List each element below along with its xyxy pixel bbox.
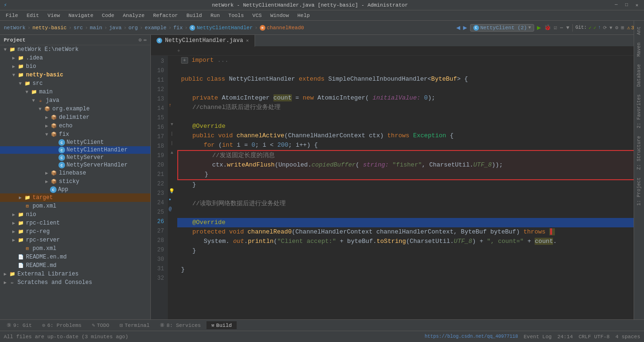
import-fold-button[interactable]: + bbox=[181, 57, 188, 64]
breadcrumb-netWork[interactable]: netWork bbox=[4, 25, 25, 31]
tree-item-delimiter[interactable]: ▶ 📦 delimiter bbox=[0, 113, 150, 122]
tree-item-fix[interactable]: ▼ 📦 fix bbox=[0, 130, 150, 139]
tree-item-NettyClientHandler[interactable]: ▶ C NettyClientHandler bbox=[0, 146, 150, 154]
panel-database[interactable]: Database bbox=[636, 62, 643, 89]
git-more[interactable]: ⟳ ▼ bbox=[603, 25, 612, 31]
nav-forward-button[interactable]: ▶ bbox=[463, 24, 467, 32]
tree-item-rpc-server[interactable]: ▶ 📁 rpc-server bbox=[0, 236, 150, 244]
menu-file[interactable]: File bbox=[2, 12, 22, 19]
code-line-25 bbox=[177, 209, 638, 218]
tree-item-bio[interactable]: ▶ 📁 bio bbox=[0, 62, 150, 71]
tree-item-echo[interactable]: ▶ 📦 echo bbox=[0, 122, 150, 130]
btab-git[interactable]: ⑨ 9: Git bbox=[2, 321, 37, 329]
menu-refactor[interactable]: Refactor bbox=[149, 12, 182, 19]
tree-item-src[interactable]: ▼ 📁 src bbox=[0, 79, 150, 88]
fold-open-18[interactable]: ▼ bbox=[171, 122, 173, 127]
tree-item-sticky[interactable]: ▶ 📦 sticky bbox=[0, 177, 150, 186]
fold-import: + import ... bbox=[177, 56, 228, 65]
tree-item-readme[interactable]: ▶ 📄 README.md bbox=[0, 261, 150, 270]
maximize-button[interactable]: □ bbox=[623, 2, 630, 8]
tree-item-netty-basic[interactable]: ▼ 📁 netty-basic bbox=[0, 71, 150, 79]
btab-terminal[interactable]: ⊡ Terminal bbox=[115, 321, 154, 329]
panel-project[interactable]: 1: Project bbox=[636, 175, 643, 208]
tree-item-java[interactable]: ▼ ☕ java bbox=[0, 96, 150, 105]
debug-icon-25[interactable]: ● bbox=[169, 197, 171, 201]
run-config-selector[interactable]: C NettyClient (2) ▼ bbox=[470, 24, 534, 32]
breadcrumb-netty-basic[interactable]: netty-basic bbox=[33, 25, 67, 31]
tree-item-idea[interactable]: ▶ 📁 .idea bbox=[0, 54, 150, 62]
menu-tools[interactable]: Tools bbox=[224, 12, 248, 19]
status-encoding[interactable]: CRLF UTF-8 bbox=[578, 334, 610, 340]
status-line-col[interactable]: 24:14 bbox=[557, 334, 573, 340]
breadcrumb-java[interactable]: java bbox=[109, 25, 122, 31]
tree-item-NettyServerHandler[interactable]: ▶ C NettyServerHandler bbox=[0, 161, 150, 169]
tab-NettyClientHandler[interactable]: C NettyClientHandler.java ✕ bbox=[151, 35, 255, 47]
sidebar-collapse-icon[interactable]: ⇔ bbox=[143, 37, 147, 43]
breadcrumb-fix[interactable]: fix bbox=[173, 25, 183, 31]
btab-services[interactable]: ⑧ 8: Services bbox=[155, 321, 206, 329]
tree-item-target[interactable]: ▶ 📁 target bbox=[0, 193, 150, 202]
debug-button[interactable]: 🐞 bbox=[544, 24, 551, 31]
breadcrumb-channelRead0[interactable]: m channelRead0 bbox=[260, 25, 304, 31]
tree-item-main[interactable]: ▼ 📁 main bbox=[0, 88, 150, 96]
tree-item-pom-xml-root[interactable]: ▶ ⊞ pom.xml bbox=[0, 244, 150, 253]
menu-view[interactable]: View bbox=[44, 12, 64, 19]
breadcrumb-main[interactable]: main bbox=[90, 25, 102, 31]
breadcrumb-org[interactable]: org bbox=[129, 25, 138, 31]
status-url[interactable]: https://blog.csdn.net/qq_40977118 bbox=[425, 334, 518, 339]
panel-structure[interactable]: Z: Structure bbox=[636, 134, 643, 172]
breadcrumb-example[interactable]: example bbox=[145, 25, 166, 31]
bookmark-26[interactable]: @ bbox=[169, 207, 172, 212]
tree-item-rpc-client[interactable]: ▶ 📁 rpc-client bbox=[0, 219, 150, 227]
panel-ant[interactable]: Ant bbox=[636, 35, 643, 37]
tree-item-external-libs[interactable]: ▶ 📁 External Libraries bbox=[0, 270, 150, 278]
tree-item-nio[interactable]: ▶ 📁 nio bbox=[0, 210, 150, 219]
settings-button[interactable]: ⚙ bbox=[615, 25, 619, 31]
menu-navigate[interactable]: Navigate bbox=[65, 12, 97, 19]
tab-close-button[interactable]: ✕ bbox=[246, 38, 249, 43]
code-text[interactable]: + import ... public class NettyClientHan… bbox=[177, 56, 638, 319]
status-event[interactable]: Event Log bbox=[524, 334, 552, 340]
layout-button[interactable]: ⊞ bbox=[621, 25, 624, 31]
tree-item-NettyServer[interactable]: ▶ C NettyServer bbox=[0, 154, 150, 161]
menu-help[interactable]: Help bbox=[294, 12, 314, 19]
override-arrow-16[interactable]: ↑ bbox=[169, 103, 172, 108]
status-spaces[interactable]: 4 spaces bbox=[615, 334, 640, 340]
tree-arrow: ▶ bbox=[43, 123, 50, 129]
tree-item-pom-xml-netty[interactable]: ▶ ⊞ pom.xml bbox=[0, 202, 150, 210]
tree-item-scratches[interactable]: ▶ ✏ Scratches and Consoles bbox=[0, 278, 150, 287]
sidebar-gear-icon[interactable]: ⚙ bbox=[139, 37, 142, 43]
minimize-button[interactable]: ─ bbox=[613, 2, 619, 8]
menu-vcs[interactable]: VCS bbox=[248, 12, 265, 19]
more-run-options[interactable]: ⋯ ▼ bbox=[560, 25, 570, 31]
btab-todo[interactable]: ✎ TODO bbox=[87, 321, 114, 329]
tree-item-rpc-reg[interactable]: ▶ 📁 rpc-reg bbox=[0, 227, 150, 236]
fold-indicator[interactable]: + bbox=[177, 49, 180, 54]
btab-build[interactable]: ⚒ Build bbox=[206, 321, 237, 329]
tree-item-org-example[interactable]: ▼ 📦 org.example bbox=[0, 105, 150, 113]
tree-item-App[interactable]: ▶ C App bbox=[0, 186, 150, 193]
tree-item-netWork[interactable]: ▼ 📁 netWork E:\netWork bbox=[0, 45, 150, 54]
breadcrumb-src[interactable]: src bbox=[74, 25, 83, 31]
fold-close-21[interactable]: ▲ bbox=[171, 150, 173, 155]
menu-run[interactable]: Run bbox=[206, 12, 223, 19]
nav-back-button[interactable]: ◀ bbox=[456, 24, 460, 32]
panel-favorites[interactable]: 2: Favorites bbox=[636, 92, 643, 130]
btab-problems[interactable]: ⊙ 6: Problems bbox=[38, 321, 86, 329]
close-button[interactable]: ✕ bbox=[634, 2, 640, 8]
tree-item-linebase[interactable]: ▶ 📦 linebase bbox=[0, 169, 150, 177]
window-controls[interactable]: ─ □ ✕ bbox=[613, 2, 640, 8]
menu-build[interactable]: Build bbox=[182, 12, 206, 19]
menu-analyze[interactable]: Analyze bbox=[119, 12, 148, 19]
breadcrumb-nettyClientHandler[interactable]: C NettyClientHandler bbox=[190, 25, 253, 31]
menu-window[interactable]: Window bbox=[266, 12, 293, 19]
code-area[interactable]: + 3 10 11 12 13 14 15 16 17 18 19 20 bbox=[151, 47, 644, 319]
menu-edit[interactable]: Edit bbox=[23, 12, 42, 19]
coverage-button[interactable]: ☑ bbox=[554, 24, 557, 31]
menu-code[interactable]: Code bbox=[98, 12, 118, 19]
tree-item-NettyClient[interactable]: ▶ C NettyClient bbox=[0, 139, 150, 146]
tree-item-readme-en[interactable]: ▶ 📄 README.en.md bbox=[0, 253, 150, 261]
bulb-icon-25[interactable]: 💡 bbox=[169, 188, 174, 194]
run-button[interactable]: ▶ bbox=[537, 24, 541, 32]
panel-maven[interactable]: Maven bbox=[636, 41, 643, 58]
